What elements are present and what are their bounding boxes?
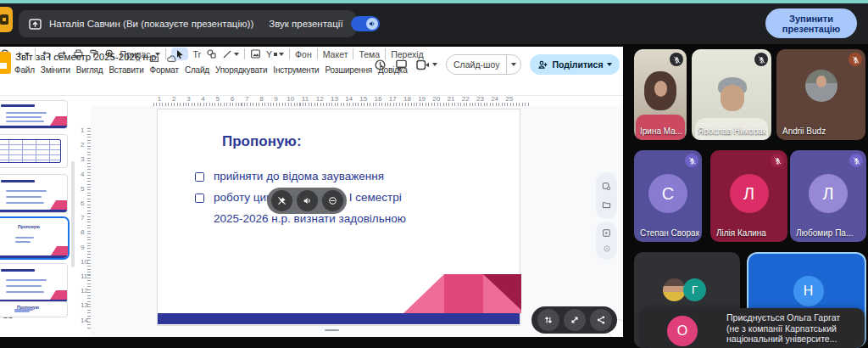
cloud-status-icon[interactable] bbox=[166, 53, 177, 64]
shapes-tool-icon[interactable] bbox=[206, 48, 217, 59]
menu-item[interactable]: Вставити bbox=[108, 65, 143, 75]
mic-off-icon bbox=[771, 154, 784, 167]
ruler-number: 2 bbox=[172, 95, 175, 103]
profile-photo bbox=[663, 278, 686, 301]
toast-message: Приєднується Ольга Гаргат (не з компанії… bbox=[726, 312, 840, 345]
slide-bullet-1: прийняти до відома зауваження bbox=[214, 170, 384, 182]
participant-tile[interactable]: ССтепан Сворак bbox=[634, 150, 702, 242]
mic-off-icon bbox=[685, 154, 698, 167]
current-slide[interactable]: Пропоную: прийняти до відома зауваження … bbox=[157, 109, 520, 326]
ruler-number: 13 bbox=[331, 95, 338, 103]
stop-button-line1: Зупинити bbox=[789, 14, 833, 24]
thumbnail-line bbox=[14, 311, 30, 312]
slide-filmstrip: ‹ ПропонуюПропоную bbox=[0, 96, 81, 337]
slide-thumbnail[interactable]: Пропоную bbox=[0, 216, 70, 260]
menu-item[interactable]: Розширення bbox=[325, 65, 371, 75]
menu-item[interactable]: Вигляд bbox=[76, 65, 103, 75]
menu-item[interactable]: Змінити bbox=[41, 65, 70, 75]
toolbar-separator bbox=[353, 48, 353, 59]
toolbar-layout-button[interactable]: Макет bbox=[323, 49, 348, 59]
toolbar-background-button[interactable]: Фон bbox=[295, 49, 312, 59]
slide-thumbnail[interactable] bbox=[0, 134, 68, 168]
slide-thumbnail[interactable] bbox=[0, 263, 68, 303]
presentation-audio-toggle[interactable] bbox=[351, 16, 380, 31]
mic-off-icon bbox=[754, 53, 768, 66]
participant-name: Ірина Ма... bbox=[640, 126, 682, 136]
target-icon[interactable] bbox=[603, 244, 611, 253]
ruler-number: 5 bbox=[81, 185, 84, 193]
slides-logo-icon[interactable] bbox=[0, 52, 11, 74]
ruler-number: 11 bbox=[302, 95, 309, 103]
version-history-icon[interactable] bbox=[374, 59, 387, 71]
slideshow-options[interactable] bbox=[506, 55, 520, 74]
chevron-down-icon bbox=[432, 63, 437, 66]
participant-tile[interactable]: Ірина Ма... bbox=[634, 49, 687, 140]
scroll-updown-icon[interactable] bbox=[537, 309, 559, 331]
toast-line2: (не з компанії Карпатський bbox=[726, 323, 840, 334]
menu-item[interactable]: Слайд bbox=[185, 65, 209, 75]
thumbnail-line bbox=[6, 190, 47, 192]
checkbox-bullet bbox=[195, 194, 204, 203]
presentation-app-badge[interactable] bbox=[0, 7, 13, 32]
text-box-tool[interactable]: Tr bbox=[193, 49, 202, 59]
fullscreen-icon[interactable] bbox=[564, 309, 586, 331]
meet-top-bar: Наталія Савчин (Ви (показуєте презентаці… bbox=[0, 3, 868, 44]
star-icon[interactable]: ☆ bbox=[134, 53, 142, 65]
wordart-dropdown[interactable]: Y bbox=[266, 49, 284, 59]
ruler-number: 6 bbox=[81, 199, 84, 207]
menu-item[interactable]: Файл bbox=[14, 65, 35, 75]
presenter-pill[interactable]: Наталія Савчин (Ви (показуєте презентаці… bbox=[19, 10, 356, 37]
ruler-number: 13 bbox=[81, 301, 88, 309]
mic-off-icon bbox=[849, 53, 862, 66]
filmstrip-scrollbar[interactable] bbox=[71, 161, 75, 267]
present-screen-icon bbox=[29, 19, 42, 30]
ruler-number: 25 bbox=[505, 95, 513, 103]
thumbnail-line bbox=[6, 196, 42, 198]
thumbnail-title: Пропоную bbox=[0, 224, 68, 229]
ruler-number: 12 bbox=[316, 95, 324, 103]
slide-thumbnail[interactable] bbox=[0, 100, 68, 129]
thumbnail-corner bbox=[50, 116, 67, 126]
participant-name: Степан Сворак bbox=[640, 228, 699, 238]
textbox-label: Tr bbox=[193, 49, 202, 59]
ruler-number: 21 bbox=[448, 95, 455, 103]
slideshow-button[interactable]: Слайд-шоу bbox=[446, 54, 521, 75]
slide-thumbnail[interactable]: Пропоную bbox=[0, 301, 68, 317]
thumbnail-line bbox=[6, 202, 44, 204]
folder-icon[interactable] bbox=[602, 200, 611, 210]
insert-image-icon[interactable] bbox=[250, 48, 261, 59]
participant-tile[interactable]: ЛЛілія Калина bbox=[710, 150, 787, 242]
menu-item[interactable]: Формат bbox=[150, 65, 179, 75]
toolbar-separator bbox=[289, 48, 290, 59]
unpin-icon[interactable] bbox=[271, 190, 292, 211]
thumbnail-line bbox=[15, 241, 31, 243]
comments-icon[interactable] bbox=[395, 59, 408, 71]
ruler-number: 9 bbox=[274, 95, 277, 103]
ruler-number: 2 bbox=[81, 141, 84, 149]
stop-presenting-button[interactable]: Зупинити презентацію bbox=[765, 8, 857, 38]
share-icon[interactable] bbox=[590, 309, 612, 331]
ruler-number: 17 bbox=[389, 95, 397, 103]
media-doc-icon[interactable] bbox=[602, 228, 611, 238]
slide-thumbnail[interactable] bbox=[0, 174, 68, 213]
speaker-notes-handle[interactable] bbox=[325, 329, 339, 331]
participant-tile[interactable]: ЛЛюбомир Па... bbox=[790, 150, 866, 242]
toggle-knob bbox=[366, 18, 378, 30]
participant-tile[interactable]: Ярослав Никорак bbox=[692, 49, 771, 140]
remove-tile-icon[interactable] bbox=[322, 190, 343, 211]
ruler-number: 22 bbox=[462, 95, 470, 103]
menu-item[interactable]: Інструменти bbox=[273, 65, 319, 75]
vertical-ruler: 1234567891011121314 bbox=[81, 106, 91, 337]
move-folder-icon[interactable] bbox=[149, 53, 159, 64]
participant-tile[interactable]: Andrii Budz bbox=[776, 49, 865, 140]
menu-item[interactable]: Упорядкувати bbox=[215, 65, 267, 75]
thumbnail-line bbox=[6, 285, 42, 287]
meet-camera-menu[interactable] bbox=[416, 59, 437, 70]
image-history-icon[interactable] bbox=[602, 182, 611, 191]
chevron-down-icon bbox=[607, 63, 612, 66]
volume-icon[interactable] bbox=[297, 190, 318, 211]
ruler-number: 8 bbox=[81, 228, 84, 236]
deco-rect bbox=[444, 274, 483, 313]
share-button[interactable]: Поділитися bbox=[530, 54, 619, 75]
line-tool-dropdown[interactable] bbox=[222, 49, 239, 59]
